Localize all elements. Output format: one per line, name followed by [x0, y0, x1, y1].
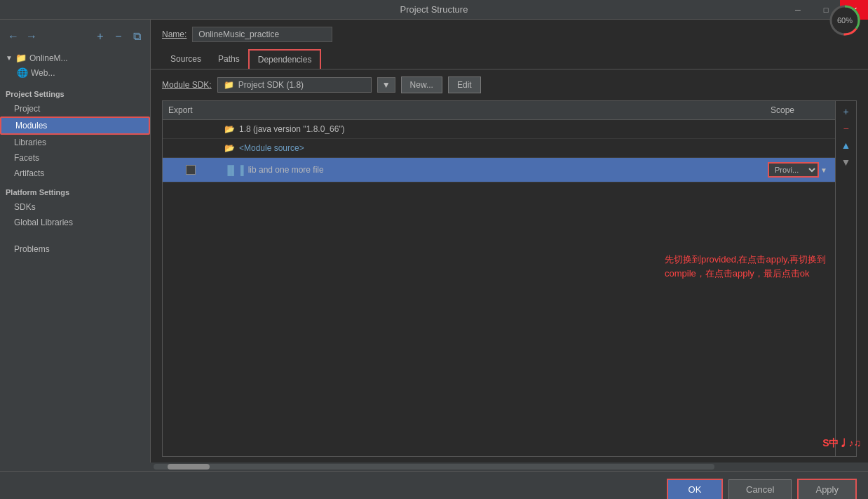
bottom-bar: OK Cancel Apply — [0, 471, 868, 499]
deps-table-header: Export Scope — [163, 101, 835, 120]
tab-dependencies[interactable]: Dependencies — [248, 49, 322, 69]
title-bar: Project Structure ─ □ ✕ — [0, 0, 868, 20]
project-settings-header: Project Settings — [0, 83, 150, 101]
web-folder-icon: 🌐 — [17, 67, 28, 78]
name-cell-lib: ▐▌▐ lib and one more file — [219, 164, 765, 177]
jdk-icon: 📂 — [224, 124, 235, 134]
scrollbar-track — [154, 464, 714, 470]
name-cell-module: 📂 <Module source> — [219, 142, 765, 154]
tree-item-label: OnlineM... — [29, 53, 68, 63]
tab-paths[interactable]: Paths — [210, 50, 248, 68]
deps-list: 📂 1.8 (java version "1.8.0_66") 📂 <Modul… — [163, 120, 835, 456]
sdk-row: Module SDK: 📁 Project SDK (1.8) ▼ New...… — [151, 69, 868, 100]
sidebar-item-artifacts[interactable]: Artifacts — [0, 166, 150, 181]
scope-dropdown-arrow: ▼ — [820, 166, 827, 174]
sidebar-item-modules[interactable]: Modules — [0, 117, 150, 135]
deps-row-jdk[interactable]: 📂 1.8 (java version "1.8.0_66") — [163, 120, 835, 139]
name-cell-jdk: 📂 1.8 (java version "1.8.0_66") — [219, 123, 765, 135]
sidebar-item-project[interactable]: Project — [0, 101, 150, 117]
annotation-text: 先切换到provided,在点击apply,再切换到compile，在点击app… — [665, 253, 847, 280]
tabs-row: Sources Paths Dependencies — [151, 49, 868, 69]
module-sdk-label: Module SDK: — [162, 80, 212, 90]
expand-arrow: ▼ — [6, 54, 13, 62]
watermark: S中♩♪♫ — [822, 437, 861, 450]
sidebar-item-problems[interactable]: Problems — [0, 241, 150, 257]
deps-row-module-source[interactable]: 📂 <Module source> — [163, 139, 835, 158]
ok-button[interactable]: OK — [667, 479, 723, 499]
forward-button[interactable]: → — [24, 29, 39, 44]
module-source-icon: 📂 — [224, 143, 235, 153]
add-module-button[interactable]: + — [93, 29, 108, 44]
export-checkbox-lib[interactable] — [186, 165, 196, 175]
tree-item-web-label: Web... — [31, 68, 55, 78]
scrollbar-thumb[interactable] — [168, 464, 210, 470]
export-cell-lib — [163, 164, 219, 176]
sidebar-toolbar: ← → + − ⧉ — [0, 25, 150, 48]
module-tree: ▼ 📁 OnlineM... 🌐 Web... — [0, 48, 150, 83]
remove-module-button[interactable]: − — [111, 29, 126, 44]
sdk-new-button[interactable]: New... — [401, 76, 442, 93]
window-title: Project Structure — [400, 4, 468, 15]
scope-cell-jdk — [765, 128, 835, 131]
col-scope: Scope — [765, 104, 835, 117]
move-up-button[interactable]: ▲ — [839, 138, 854, 153]
cancel-button[interactable]: Cancel — [728, 479, 792, 499]
back-button[interactable]: ← — [6, 29, 21, 44]
progress-indicator: 60% — [827, 3, 862, 38]
scope-dropdown-lib[interactable]: Provi... Compile Test Runtime — [768, 162, 819, 178]
export-cell-module — [163, 147, 219, 149]
name-field[interactable]: OnlineMusic_practice — [192, 27, 332, 42]
sidebar-item-sdks[interactable]: SDKs — [0, 199, 150, 215]
scope-cell-lib: Provi... Compile Test Runtime ▼ — [765, 161, 835, 179]
move-down-button[interactable]: ▼ — [839, 154, 854, 170]
export-cell-jdk — [163, 128, 219, 131]
col-name — [219, 104, 765, 117]
sidebar: ← → + − ⧉ ▼ 📁 OnlineM... 🌐 Web... Projec… — [0, 20, 151, 463]
sidebar-item-libraries[interactable]: Libraries — [0, 135, 150, 150]
sdk-select[interactable]: 📁 Project SDK (1.8) — [217, 77, 372, 93]
name-row: Name: OnlineMusic_practice — [151, 20, 868, 49]
platform-settings-header: Platform Settings — [0, 181, 150, 199]
sdk-folder-icon: 📁 — [224, 80, 234, 90]
col-export: Export — [163, 104, 219, 117]
sdk-value: Project SDK (1.8) — [238, 80, 304, 90]
minimize-button[interactable]: ─ — [784, 0, 812, 20]
main-layout: ← → + − ⧉ ▼ 📁 OnlineM... 🌐 Web... Projec… — [0, 20, 868, 463]
copy-module-button[interactable]: ⧉ — [129, 29, 144, 44]
bars-icon: ▐▌▐ — [224, 165, 244, 175]
progress-percent: 60% — [837, 16, 853, 25]
sidebar-item-facets[interactable]: Facets — [0, 150, 150, 166]
sidebar-item-global-libraries[interactable]: Global Libraries — [0, 215, 150, 230]
scope-cell-module — [765, 147, 835, 149]
deps-row-lib[interactable]: ▐▌▐ lib and one more file Provi... Compi… — [163, 158, 835, 182]
apply-button[interactable]: Apply — [797, 479, 857, 499]
tab-sources[interactable]: Sources — [162, 50, 210, 68]
tree-item-onlinemusic[interactable]: ▼ 📁 OnlineM... — [0, 51, 150, 65]
sdk-edit-button[interactable]: Edit — [448, 76, 481, 93]
content-area: Name: OnlineMusic_practice Sources Paths… — [151, 20, 868, 463]
horizontal-scrollbar[interactable] — [151, 463, 717, 471]
remove-dep-button[interactable]: − — [839, 121, 854, 136]
name-label: Name: — [162, 29, 187, 39]
tree-item-web[interactable]: 🌐 Web... — [0, 65, 150, 80]
sdk-dropdown-button[interactable]: ▼ — [377, 77, 395, 93]
add-dep-button[interactable]: + — [839, 104, 854, 119]
folder-icon: 📁 — [15, 53, 27, 63]
